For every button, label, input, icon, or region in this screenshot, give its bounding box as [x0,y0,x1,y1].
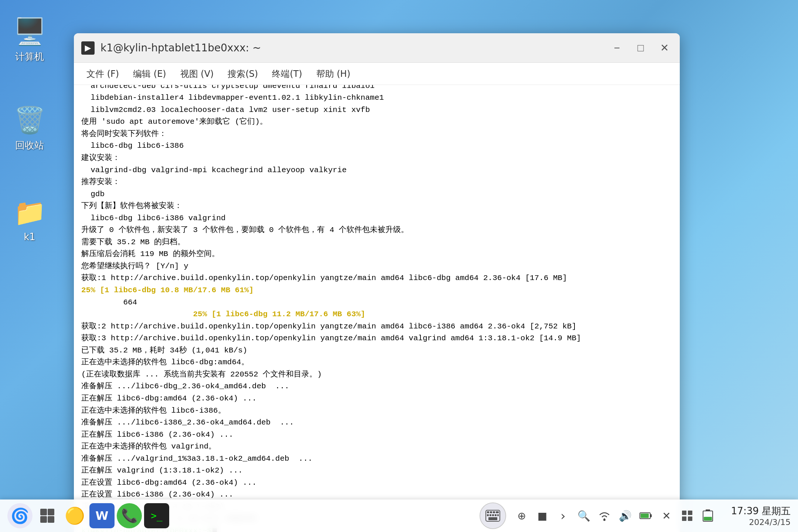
terminal-line: 正在设置 libc6-i386 (2.36-ok4) ... [81,489,672,501]
tray-icon-1[interactable]: ⊕ [512,506,531,525]
menu-view[interactable]: 视图 (V) [175,66,219,82]
terminal-window: ▶ k1@kylin-hptablet11be0xxx: ~ − □ ✕ 文件 … [74,33,680,532]
menu-file[interactable]: 文件 (F) [81,66,124,82]
terminal-line: 将会同时安装下列软件： [81,128,672,140]
computer-icon: 🖥️ [13,15,46,48]
menu-search[interactable]: 搜索(S) [222,66,263,82]
terminal-line: 25% [1 libc6-dbg 10.8 MB/17.6 MB 61%] [81,284,672,297]
terminal-line: 正在解压 libc6-dbg:amd64 (2.36-ok4) ... [81,393,672,405]
taskbar-icon-terminal[interactable]: >_ [144,503,169,528]
menu-bar: 文件 (F) 编辑 (E) 视图 (V) 搜索(S) 终端(T) 帮助 (H) [74,63,680,85]
clock-date: 2024/3/15 [724,518,791,527]
terminal-line: 准备解压 .../libc6-i386_2.36-ok4_amd64.deb .… [81,417,672,429]
desktop-icon-recycle[interactable]: 🗑️ 回收站 [7,103,52,152]
desktop-icon-computer[interactable]: 🖥️ 计算机 [7,15,52,63]
menu-help[interactable]: 帮助 (H) [311,66,355,82]
svg-rect-18 [641,514,649,518]
svg-rect-17 [650,514,652,517]
svg-point-15 [603,519,606,521]
tray-battery2[interactable] [698,506,717,525]
title-bar: ▶ k1@kylin-hptablet11be0xxx: ~ − □ ✕ [74,33,680,63]
terminal-line: 正在解压 valgrind (1:3.18.1-ok2) ... [81,465,672,477]
terminal-line: 获取:2 http://archive.build.openkylin.top/… [81,321,672,333]
terminal-line: libdebian-installer4 libdevmapper-event1… [81,92,672,104]
terminal-line: libc6-dbg libc6-i386 [81,140,672,152]
tray-wifi[interactable] [595,506,614,525]
terminal-line: (正在读取数据库 ... 系统当前共安装有 220552 个文件和目录。) [81,369,672,381]
computer-label: 计算机 [15,50,44,63]
terminal-line: 升级了 0 个软件包，新安装了 3 个软件包，要卸载 0 个软件包，有 4 个软… [81,224,672,236]
terminal-line: 您希望继续执行吗？ [Y/n] y [81,260,672,273]
svg-rect-1 [48,509,54,515]
taskbar-icon-facetime[interactable]: 📞 [117,503,142,528]
svg-rect-20 [688,511,692,515]
svg-rect-7 [493,511,495,513]
svg-rect-21 [682,516,686,521]
terminal-line: 获取:3 http://archive.build.openkylin.top/… [81,332,672,345]
tray-grid[interactable] [678,506,697,525]
svg-rect-14 [488,517,497,520]
terminal-line: gdb [81,188,672,201]
tray-icon-2[interactable]: ■ [533,506,552,525]
svg-rect-3 [48,516,54,523]
terminal-line: 推荐安装： [81,176,672,188]
svg-rect-2 [40,516,47,523]
svg-rect-25 [704,517,712,521]
terminal-line: valgrind-dbg valgrind-mpi kcachegrind al… [81,164,672,177]
svg-rect-12 [495,514,497,516]
terminal-line: 获取:1 http://archive.build.openkylin.top/… [81,272,672,284]
svg-rect-9 [487,514,489,516]
recycle-label: 回收站 [15,139,44,152]
taskbar-icon-launcher[interactable]: 🌀 [7,503,33,528]
terminal-body[interactable]: [sudo] k1 的密码：正在读取软件包列表... 完成正在分析软件包的依赖关… [74,85,680,532]
terminal-line: 664 [81,297,672,309]
menu-edit[interactable]: 编辑 (E) [128,66,171,82]
svg-rect-11 [492,514,494,516]
terminal-line: archdetect-deb cifs-utils cryptsetup dme… [81,85,672,92]
close-button[interactable]: ✕ [656,40,672,56]
desktop-icon-folder-k1[interactable]: 📁 k1 [7,196,52,242]
terminal-line: 下列【新】软件包将被安装： [81,200,672,212]
tray-battery[interactable] [636,506,655,525]
tray-volume[interactable]: 🔊 [615,506,635,525]
terminal-line: 正在选中未选择的软件包 valgrind。 [81,441,672,453]
terminal-line: 准备解压 .../valgrind_1%3a3.18.1-ok2_amd64.d… [81,453,672,465]
clock: 17:39 星期五 2024/3/15 [724,505,791,527]
terminal-title: k1@kylin-hptablet11be0xxx: ~ [100,42,609,54]
minimize-button[interactable]: − [609,40,625,56]
svg-rect-22 [688,516,692,521]
terminal-line: 正在选中未选择的软件包 libc6-dbg:amd64。 [81,357,672,369]
terminal-line: liblvm2cmd2.03 localechooser-data lvm2 u… [81,104,672,116]
maximize-button[interactable]: □ [632,40,649,56]
menu-terminal[interactable]: 终端(T) [267,66,307,82]
terminal-line: 使用 'sudo apt autoremove'来卸载它 (它们)。 [81,116,672,128]
terminal-line: 已下载 35.2 MB，耗时 34秒 (1,041 kB/s) [81,345,672,357]
terminal-line: 建议安装： [81,152,672,164]
svg-rect-0 [40,509,47,515]
terminal-line: 正在设置 libc6-dbg:amd64 (2.36-ok4) ... [81,477,672,489]
svg-rect-5 [487,511,489,513]
clock-time: 17:39 星期五 [724,505,791,518]
taskbar-icon-multitask[interactable] [35,503,60,528]
taskbar-icon-wps[interactable]: W [89,503,115,528]
recycle-icon: 🗑️ [13,103,46,137]
svg-rect-13 [497,514,499,516]
terminal-line: 正在选中未选择的软件包 libc6-i386。 [81,405,672,417]
svg-rect-10 [490,514,491,516]
taskbar-icon-appstore[interactable]: 🟡 [62,503,87,528]
terminal-line: 正在解压 libc6-i386 (2.36-ok4) ... [81,429,672,441]
svg-rect-8 [496,511,499,513]
tray-search[interactable]: 🔍 [574,506,593,525]
folder-k1-icon: 📁 [13,196,46,229]
terminal-line: 准备解压 .../libc6-dbg_2.36-ok4_amd64.deb ..… [81,381,672,393]
tray-x[interactable]: ✕ [657,506,676,525]
terminal-line: 25% [1 libc6-dbg 11.2 MB/17.6 MB 63%] [81,308,672,321]
svg-rect-6 [490,511,492,513]
keyboard-button[interactable] [480,502,506,529]
terminal-line: 需要下载 35.2 MB 的归档。 [81,236,672,249]
tray-chevron[interactable]: › [553,506,573,525]
folder-k1-label: k1 [24,231,35,242]
terminal-line: 解压缩后会消耗 119 MB 的额外空间。 [81,248,672,260]
terminal-line: libc6-dbg libc6-i386 valgrind [81,212,672,225]
taskbar: 🌀 🟡 W 📞 >_ [0,499,798,532]
